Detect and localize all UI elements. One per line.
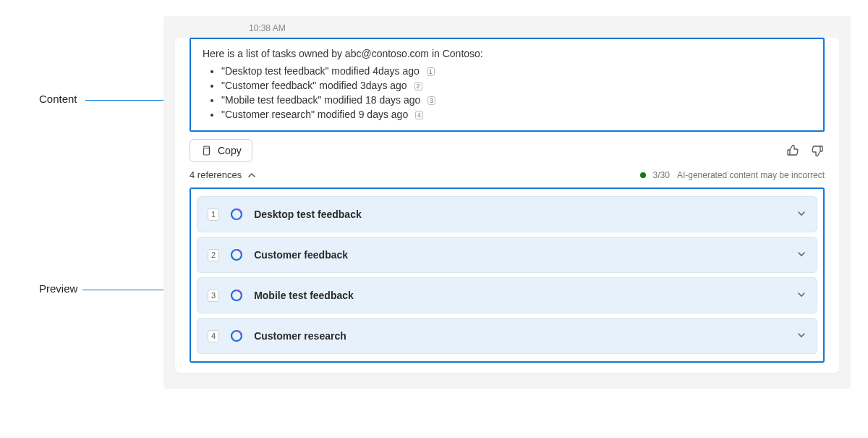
reference-number-badge: 4 — [208, 330, 219, 342]
citation-badge[interactable]: 4 — [415, 111, 423, 119]
thumbs-down-icon[interactable] — [810, 143, 825, 158]
reference-title: Mobile test feedback — [254, 290, 354, 301]
annotation-content: Content — [39, 93, 77, 105]
reference-number-badge: 2 — [208, 249, 219, 261]
reference-number-badge: 3 — [208, 290, 219, 302]
chevron-down-icon — [796, 290, 807, 302]
loop-icon — [229, 207, 244, 222]
task-list-item: "Mobile test feedback" modified 18 days … — [221, 94, 812, 106]
copy-button[interactable]: Copy — [190, 139, 252, 162]
reference-item[interactable]: 3 Mobile test feedback — [197, 277, 817, 313]
task-list-item: "Desktop test feedback" modified 4days a… — [221, 65, 812, 77]
reference-title: Customer feedback — [254, 249, 348, 261]
references-toggle[interactable]: 4 references — [190, 169, 256, 180]
reference-title: Desktop test feedback — [254, 209, 362, 220]
task-list-item: "Customer feedback" modified 3days ago 2 — [221, 80, 812, 91]
chevron-down-icon — [796, 209, 807, 221]
message-timestamp: 10:38 AM — [163, 19, 851, 38]
reference-item[interactable]: 2 Customer feedback — [197, 237, 817, 273]
reference-item[interactable]: 4 Customer research — [197, 318, 817, 354]
content-intro-text: Here is a list of tasks owned by abc@con… — [203, 48, 812, 59]
citation-badge[interactable]: 3 — [427, 96, 435, 105]
message-card: Here is a list of tasks owned by abc@con… — [175, 38, 839, 373]
feedback-group — [786, 143, 825, 158]
loop-icon — [229, 288, 244, 303]
annotation-preview: Preview — [39, 282, 77, 295]
preview-region-highlight: 1 Desktop test feedback 2 — [190, 188, 825, 363]
citation-badge[interactable]: 1 — [427, 67, 435, 76]
copy-icon — [200, 145, 212, 156]
reference-item[interactable]: 1 Desktop test feedback — [197, 196, 817, 232]
chevron-down-icon — [796, 330, 807, 342]
chevron-down-icon — [796, 249, 807, 261]
status-dot — [640, 172, 646, 178]
loop-icon — [229, 248, 244, 262]
svg-rect-0 — [204, 148, 210, 156]
ai-disclaimer: AI-generated content may be incorrect — [677, 170, 825, 180]
action-row: Copy — [190, 139, 825, 162]
meta-right: 3/30 AI-generated content may be incorre… — [640, 170, 825, 180]
references-header-row: 4 references 3/30 AI-generated content m… — [190, 169, 825, 180]
chevron-up-icon — [247, 171, 256, 180]
reference-number-badge: 1 — [208, 209, 219, 221]
loop-icon — [229, 329, 244, 343]
reference-title: Customer research — [254, 330, 346, 342]
stage-background: 10:38 AM Here is a list of tasks owned b… — [163, 16, 851, 389]
task-list: "Desktop test feedback" modified 4days a… — [203, 65, 812, 120]
citation-badge[interactable]: 2 — [414, 82, 422, 90]
usage-count: 3/30 — [653, 170, 670, 180]
task-list-item: "Customer research" modified 9 days ago … — [221, 109, 812, 120]
content-region-highlight: Here is a list of tasks owned by abc@con… — [190, 38, 825, 132]
thumbs-up-icon[interactable] — [786, 143, 800, 158]
